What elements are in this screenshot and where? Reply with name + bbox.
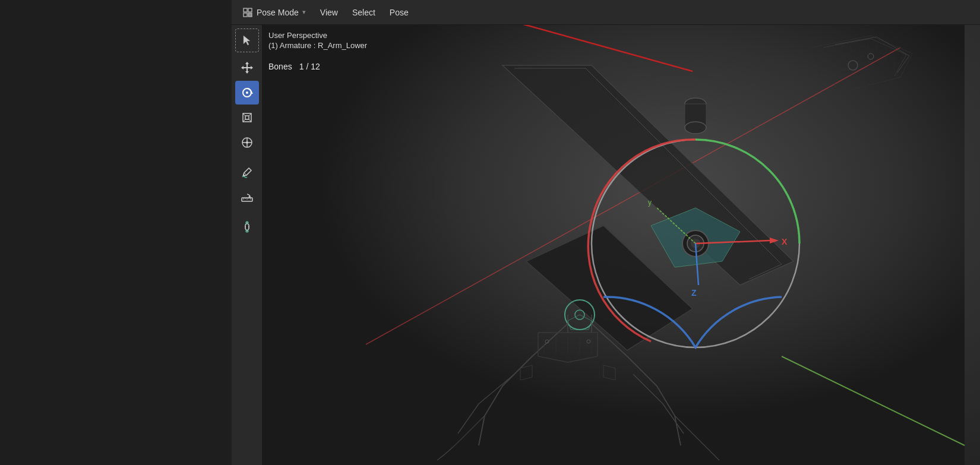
rotate-tool-button[interactable]	[235, 81, 259, 105]
pose-mode-dropdown: ▾	[302, 8, 306, 16]
annotate-tool-button[interactable]	[235, 160, 259, 184]
menu-bar: Pose Mode ▾ View Select Pose	[232, 0, 980, 25]
pose-menu[interactable]: Pose	[384, 5, 415, 20]
pose-mode-menu[interactable]: Pose Mode ▾	[236, 5, 312, 20]
svg-marker-11	[250, 91, 253, 94]
pose-mode-label: Pose Mode	[257, 8, 299, 17]
svg-rect-1	[248, 8, 252, 12]
svg-text:y: y	[648, 198, 652, 207]
cursor-icon	[241, 34, 254, 47]
svg-text:Z: Z	[691, 288, 697, 298]
svg-marker-9	[251, 66, 253, 69]
view-menu[interactable]: View	[314, 5, 344, 20]
pencil-icon	[241, 166, 254, 179]
svg-point-31	[245, 226, 246, 227]
pose-mode-icon	[242, 7, 253, 18]
select-tool-button[interactable]	[235, 29, 259, 52]
armature-label: (1) Armature : R_Arm_Lower	[268, 41, 367, 50]
svg-rect-0	[244, 8, 247, 12]
svg-point-22	[246, 141, 248, 144]
select-menu[interactable]: Select	[346, 5, 381, 20]
bones-label: Bones	[268, 62, 292, 71]
ruler-icon	[241, 191, 254, 204]
svg-marker-8	[241, 66, 244, 69]
svg-rect-2	[244, 13, 247, 17]
move-tool-button[interactable]	[235, 56, 259, 80]
transform-icon	[241, 136, 254, 149]
svg-point-32	[248, 226, 249, 227]
move-icon	[241, 61, 254, 74]
scale-icon	[241, 111, 254, 124]
svg-marker-6	[245, 62, 249, 64]
svg-text:X: X	[782, 237, 788, 246]
viewport-info: User Perspective (1) Armature : R_Arm_Lo…	[268, 31, 367, 71]
perspective-label: User Perspective	[268, 31, 367, 40]
svg-point-58	[685, 122, 706, 134]
bone-tool-button[interactable]	[235, 215, 259, 239]
svg-marker-7	[245, 71, 249, 74]
svg-rect-3	[248, 13, 252, 17]
bones-count: 1 / 12	[299, 62, 320, 71]
scale-tool-button[interactable]	[235, 106, 259, 129]
rotate-icon	[241, 86, 254, 99]
measure-tool-button[interactable]	[235, 185, 259, 209]
svg-rect-14	[245, 116, 249, 119]
left-toolbar	[232, 25, 263, 465]
transform-tool-button[interactable]	[235, 131, 259, 154]
bone-icon	[241, 220, 254, 233]
viewport[interactable]: X y Z	[232, 0, 980, 465]
svg-point-12	[246, 91, 248, 94]
